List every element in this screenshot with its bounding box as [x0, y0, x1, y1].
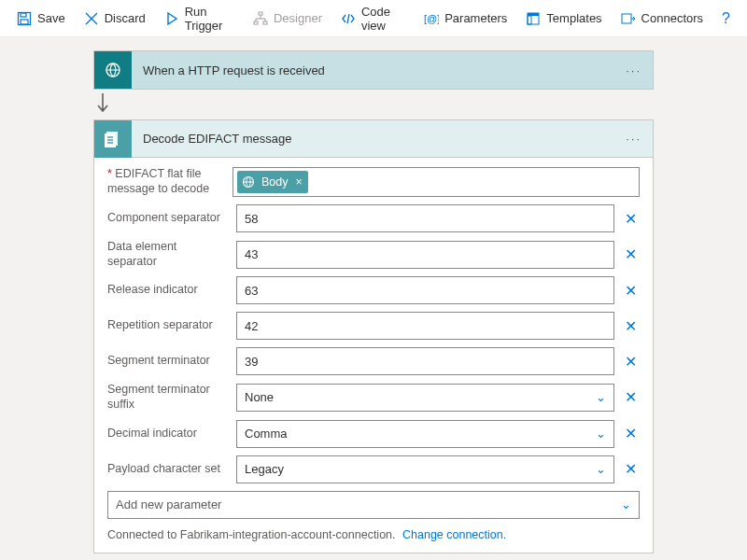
trigger-menu-button[interactable]: ···: [614, 63, 653, 77]
body-token[interactable]: Body ×: [237, 171, 308, 193]
run-trigger-button[interactable]: Run Trigger: [155, 0, 244, 37]
designer-label: Designer: [274, 11, 322, 25]
segment-term-label: Segment terminator: [107, 354, 229, 369]
release-label: Release indicator: [107, 283, 229, 298]
segment-suffix-label: Segment terminator suffix: [107, 383, 229, 412]
connectors-button[interactable]: Connectors: [612, 0, 712, 37]
discard-label: Discard: [105, 11, 146, 25]
action-card: Decode EDIFACT message ··· EDIFACT flat …: [93, 119, 654, 553]
save-icon: [17, 11, 32, 26]
segment-term-input[interactable]: 39: [236, 347, 614, 375]
repetition-input[interactable]: 42: [236, 312, 614, 340]
segment-term-clear[interactable]: ✕: [622, 353, 640, 371]
chevron-down-icon: ⌄: [621, 497, 631, 511]
chevron-down-icon: ⌄: [596, 390, 606, 404]
repetition-clear[interactable]: ✕: [622, 317, 640, 335]
code-icon: [341, 11, 356, 26]
connection-info: Connected to Fabrikam-integration-accoun…: [107, 528, 640, 541]
help-button[interactable]: ?: [712, 10, 740, 27]
templates-label: Templates: [546, 11, 601, 25]
chevron-down-icon: ⌄: [596, 427, 606, 441]
token-label: Body: [261, 175, 289, 189]
svg-rect-9: [528, 16, 531, 24]
trigger-card[interactable]: When a HTTP request is received ···: [93, 50, 654, 90]
action-menu-button[interactable]: ···: [614, 132, 653, 146]
svg-rect-1: [21, 13, 26, 17]
parameters-label: Parameters: [444, 11, 507, 25]
data-elem-clear[interactable]: ✕: [622, 245, 640, 263]
payload-label: Payload character set: [107, 462, 229, 477]
component-sep-clear[interactable]: ✕: [622, 210, 640, 228]
save-label: Save: [37, 11, 65, 25]
add-parameter-dropdown[interactable]: Add new parameter ⌄: [107, 491, 640, 519]
repetition-label: Repetition separator: [107, 318, 229, 333]
edifact-icon: [94, 120, 132, 158]
token-remove-icon[interactable]: ×: [295, 175, 302, 189]
connectors-label: Connectors: [641, 11, 703, 25]
svg-rect-2: [21, 20, 28, 24]
help-icon: ?: [722, 10, 730, 26]
code-view-label: Code view: [361, 5, 405, 33]
token-globe-icon: [241, 175, 256, 189]
payload-clear[interactable]: ✕: [622, 460, 640, 478]
save-button[interactable]: Save: [7, 0, 75, 37]
data-elem-input[interactable]: 43: [236, 241, 614, 269]
component-sep-label: Component separator: [107, 211, 229, 226]
payload-select[interactable]: Legacy ⌄: [236, 455, 614, 483]
connectors-icon: [621, 11, 636, 26]
decimal-label: Decimal indicator: [107, 427, 229, 441]
decimal-clear[interactable]: ✕: [622, 425, 640, 442]
segment-suffix-select[interactable]: None ⌄: [236, 384, 614, 412]
svg-rect-10: [622, 14, 631, 23]
action-body: EDIFACT flat file message to decode Body…: [94, 158, 653, 553]
data-elem-label: Data element separator: [107, 240, 229, 269]
chevron-down-icon: ⌄: [596, 462, 606, 476]
decimal-select[interactable]: Comma ⌄: [236, 420, 614, 448]
change-connection-link[interactable]: Change connection.: [402, 528, 506, 541]
designer-icon: [253, 11, 268, 26]
component-sep-input[interactable]: 58: [236, 204, 614, 232]
segment-suffix-clear[interactable]: ✕: [622, 388, 640, 406]
http-trigger-icon: [94, 51, 132, 89]
parameters-button[interactable]: [@] Parameters: [415, 0, 516, 37]
designer-button[interactable]: Designer: [244, 0, 331, 37]
action-header[interactable]: Decode EDIFACT message ···: [94, 120, 653, 158]
action-title: Decode EDIFACT message: [132, 132, 614, 146]
release-input[interactable]: 63: [236, 276, 614, 304]
svg-rect-5: [263, 21, 267, 24]
designer-canvas: When a HTTP request is received ··· Deco…: [0, 37, 747, 560]
flatfile-input[interactable]: Body ×: [233, 167, 640, 197]
discard-button[interactable]: Discard: [75, 0, 155, 37]
run-label: Run Trigger: [185, 5, 234, 33]
trigger-header[interactable]: When a HTTP request is received ···: [94, 51, 653, 89]
discard-icon: [84, 11, 99, 26]
flatfile-label: EDIFACT flat file message to decode: [107, 167, 225, 196]
templates-icon: [526, 11, 541, 26]
parameters-icon: [@]: [424, 11, 439, 26]
command-bar: Save Discard Run Trigger Designer Code v…: [0, 0, 747, 37]
trigger-title: When a HTTP request is received: [132, 63, 614, 77]
code-view-button[interactable]: Code view: [331, 0, 415, 37]
play-icon: [164, 11, 179, 26]
connector-arrow: [93, 90, 654, 119]
templates-button[interactable]: Templates: [516, 0, 611, 37]
svg-text:[@]: [@]: [424, 13, 439, 24]
svg-rect-3: [259, 12, 262, 15]
svg-rect-4: [254, 21, 258, 24]
release-clear[interactable]: ✕: [622, 282, 640, 300]
